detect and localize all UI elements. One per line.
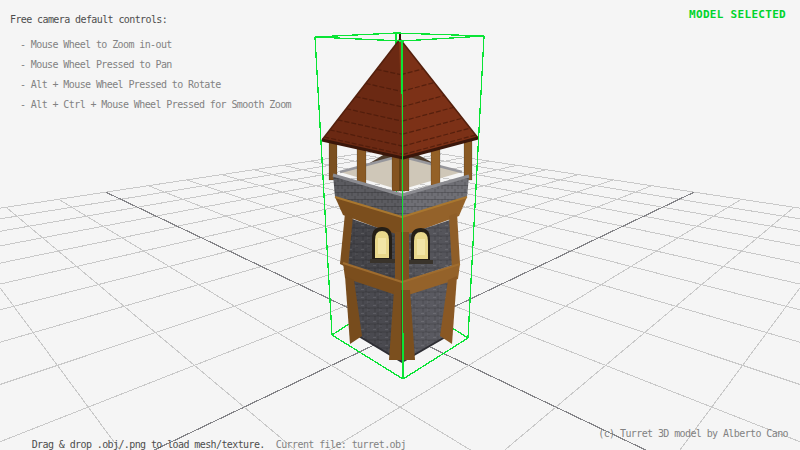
model-viewer-viewport[interactable]: Free camera default controls: - Mouse Wh… [0,0,800,450]
roof [322,32,478,158]
help-line: - Mouse Wheel to Zoom in-out [10,35,291,55]
footer-left: Drag & drop .obj/.png to load mesh/textu… [10,428,406,450]
drop-hint: Drag & drop .obj/.png to load mesh/textu… [32,439,265,450]
help-line: - Alt + Ctrl + Mouse Wheel Pressed for S… [10,95,291,115]
status-badge: MODEL SELECTED [689,8,786,21]
help-line: - Mouse Wheel Pressed to Pan [10,55,291,75]
help-line: - Alt + Mouse Wheel Pressed to Rotate [10,75,291,95]
camera-controls-help: Free camera default controls: - Mouse Wh… [10,13,291,115]
help-heading: Free camera default controls: [10,13,291,27]
current-file-label: Current file: turret.obj [276,439,406,450]
turret-model[interactable] [322,32,478,362]
credit-label: (c) Turret 3D model by Alberto Cano [598,428,788,439]
